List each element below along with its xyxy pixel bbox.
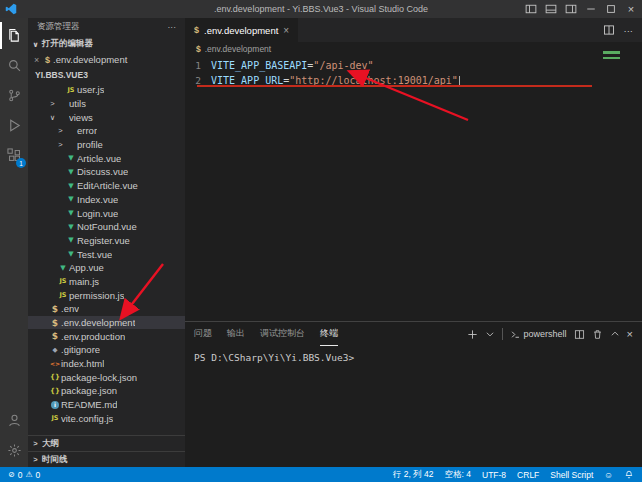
extensions-icon[interactable]: 1 <box>0 142 28 169</box>
timeline-section[interactable]: > 时间线 <box>28 451 185 467</box>
kill-terminal-trash-icon[interactable] <box>592 329 603 340</box>
open-editor-file-name: .env.development <box>53 54 127 65</box>
panel-tab-终端[interactable]: 终端 <box>320 322 338 346</box>
code-line-2[interactable]: 2VITE_APP_URL="http://localhost:19001/ap… <box>185 73 642 88</box>
account-icon[interactable] <box>0 407 28 434</box>
markdown-icon: i <box>51 401 59 409</box>
modified-line-marker <box>603 57 620 60</box>
feedback-smiley-icon[interactable]: ☺ <box>604 470 613 480</box>
tree-item-.env[interactable]: $.env <box>28 302 185 316</box>
explorer-icon[interactable] <box>0 22 28 49</box>
json-icon: {} <box>49 387 61 395</box>
editor-tab-bar: $ .env.development × ··· <box>185 18 642 42</box>
tree-item-Index.vue[interactable]: ▼Index.vue <box>28 193 185 207</box>
warning-count: 0 <box>36 470 41 480</box>
vue-icon: ▼ <box>65 209 77 217</box>
maximize-panel-chevron-icon[interactable] <box>610 329 620 339</box>
settings-gear-icon[interactable] <box>0 437 28 464</box>
language-mode-status[interactable]: Shell Script <box>550 470 593 480</box>
toggle-panel-icon[interactable] <box>545 3 557 15</box>
toggle-sidebar-icon[interactable] <box>525 3 537 15</box>
problems-status[interactable]: ⊘ 0 ⚠ 0 <box>8 470 40 480</box>
more-actions-icon[interactable]: ··· <box>168 22 177 32</box>
chevron-right-icon[interactable]: > <box>56 140 65 149</box>
breadcrumb[interactable]: $ .env.development <box>185 42 642 56</box>
toggle-secondary-sidebar-icon[interactable] <box>565 3 577 15</box>
terminal-dropdown-chevron-icon[interactable] <box>485 329 495 339</box>
open-editors-header[interactable]: ∨ 打开的编辑器 <box>28 36 185 52</box>
panel-tab-问题[interactable]: 问题 <box>194 322 212 346</box>
tree-item-package.json[interactable]: {}package.json <box>28 384 185 398</box>
tab-env-development[interactable]: $ .env.development × <box>185 18 298 42</box>
file-name: utils <box>69 98 86 109</box>
tree-item-.env.production[interactable]: $.env.production <box>28 329 185 343</box>
new-terminal-icon[interactable] <box>467 329 478 340</box>
tree-item-Login.vue[interactable]: ▼Login.vue <box>28 206 185 220</box>
chevron-down-icon[interactable]: ∨ <box>48 113 57 122</box>
panel-tab-输出[interactable]: 输出 <box>227 322 245 346</box>
tree-item-Article.vue[interactable]: ▼Article.vue <box>28 151 185 165</box>
close-tab-icon[interactable]: × <box>283 25 289 36</box>
tree-item-user.js[interactable]: JSuser.js <box>28 83 185 97</box>
tree-item-.gitignore[interactable]: ◆.gitignore <box>28 343 185 357</box>
env-file-icon: $ <box>196 44 201 54</box>
sidebar-bottom-sections: > 大纲 > 时间线 <box>28 435 185 467</box>
tree-item-main.js[interactable]: JSmain.js <box>28 275 185 289</box>
env-icon: $ <box>49 304 61 314</box>
sidebar-title: 资源管理器 <box>37 21 80 33</box>
eol-status[interactable]: CRLF <box>517 470 539 480</box>
tree-item-App.vue[interactable]: ▼App.vue <box>28 261 185 275</box>
line-content: VITE_APP_URL="http://localhost:19001/api… <box>211 73 460 88</box>
tree-item-EditArticle.vue[interactable]: ▼EditArticle.vue <box>28 179 185 193</box>
extensions-badge: 1 <box>16 158 26 168</box>
tree-item-index.html[interactable]: <>index.html <box>28 357 185 371</box>
search-icon[interactable] <box>0 52 28 79</box>
tree-item-package-lock.json[interactable]: {}package-lock.json <box>28 370 185 384</box>
editor-more-actions-icon[interactable]: ··· <box>624 25 634 36</box>
tree-item-error[interactable]: >error <box>28 124 185 138</box>
close-icon[interactable]: × <box>34 55 42 65</box>
terminal-output[interactable]: PS D:\CSharp\Yi\Yi.BBS.Vue3> <box>185 346 642 467</box>
project-root-header[interactable]: YI.BBS.VUE3 <box>28 67 185 83</box>
source-control-icon[interactable] <box>0 82 28 109</box>
code-editor[interactable]: 1VITE_APP_BASEAPI="/api-dev"2VITE_APP_UR… <box>185 56 642 321</box>
terminal-instance-powershell[interactable]: powershell <box>510 329 567 340</box>
file-name: .env.development <box>61 317 135 328</box>
tree-item-Test.vue[interactable]: ▼Test.vue <box>28 247 185 261</box>
tree-item-Register.vue[interactable]: ▼Register.vue <box>28 234 185 248</box>
tab-label: .env.development <box>204 25 278 36</box>
tree-item-utils[interactable]: >utils <box>28 97 185 111</box>
close-window-icon[interactable]: × <box>625 3 637 15</box>
minimize-window-icon[interactable] <box>585 3 597 15</box>
tree-item-NotFound.vue[interactable]: ▼NotFound.vue <box>28 220 185 234</box>
tree-item-permission.js[interactable]: JSpermission.js <box>28 288 185 302</box>
cursor-position[interactable]: 行 2, 列 42 <box>393 469 434 481</box>
panel-tab-调试控制台[interactable]: 调试控制台 <box>260 322 305 346</box>
file-name: NotFound.vue <box>77 221 137 232</box>
encoding-status[interactable]: UTF-8 <box>482 470 506 480</box>
code-line-1[interactable]: 1VITE_APP_BASEAPI="/api-dev" <box>185 58 642 73</box>
file-tree: JSuser.js>utils∨views>error>profile▼Arti… <box>28 83 185 425</box>
tree-item-views[interactable]: ∨views <box>28 110 185 124</box>
indentation-status[interactable]: 空格: 4 <box>445 469 471 481</box>
split-editor-icon[interactable] <box>603 24 615 36</box>
notifications-bell-icon[interactable] <box>624 470 634 480</box>
tree-item-vite.config.js[interactable]: JSvite.config.js <box>28 412 185 426</box>
split-terminal-icon[interactable] <box>574 329 585 340</box>
file-name: .gitignore <box>61 344 100 355</box>
file-name: Discuss.vue <box>77 166 128 177</box>
run-debug-icon[interactable] <box>0 112 28 139</box>
tree-item-profile[interactable]: >profile <box>28 138 185 152</box>
outline-section[interactable]: > 大纲 <box>28 435 185 451</box>
chevron-right-icon[interactable]: > <box>56 126 65 135</box>
file-name: .env.production <box>61 331 125 342</box>
maximize-window-icon[interactable] <box>605 3 617 15</box>
close-panel-icon[interactable]: × <box>627 328 633 340</box>
js-icon: JS <box>49 414 61 422</box>
tree-item-Discuss.vue[interactable]: ▼Discuss.vue <box>28 165 185 179</box>
vue-icon: ▼ <box>65 195 77 203</box>
chevron-right-icon[interactable]: > <box>48 99 57 108</box>
open-editor-item[interactable]: × $ .env.development <box>28 52 185 67</box>
tree-item-README.md[interactable]: iREADME.md <box>28 398 185 412</box>
tree-item-.env.development[interactable]: $.env.development <box>28 316 185 330</box>
